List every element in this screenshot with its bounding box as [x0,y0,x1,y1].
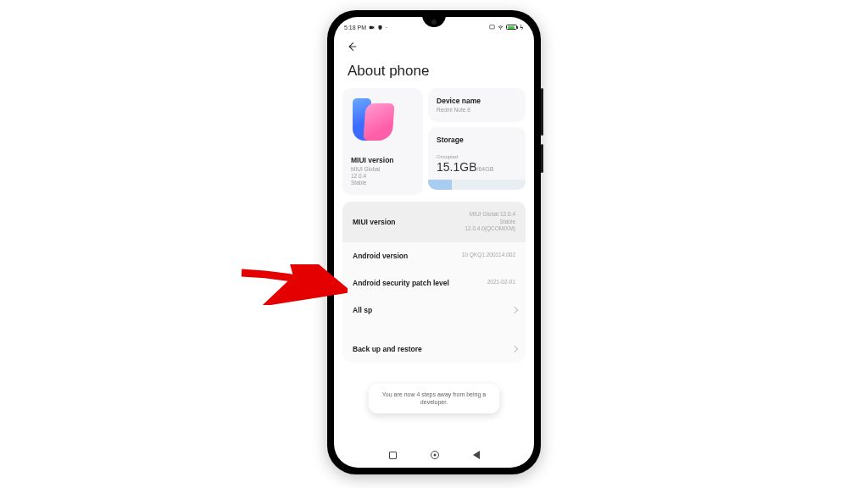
wifi-icon [498,25,504,30]
camera-icon [369,25,375,30]
device-name-label: Device name [437,97,517,105]
miui-logo-icon [353,98,397,142]
row-miui-value: MIUI Global 12.0.4 Stable 12.0.4.0(QCOMI… [465,211,515,232]
charging-icon: ϟ [520,25,524,30]
row-android-version[interactable]: Android version 10 QKQ1.200114.002 [342,242,526,269]
storage-total: /64GB [477,166,494,172]
row-patch-value: 2021-02-01 [487,279,515,286]
cast-icon [489,25,495,30]
more-icon: · [386,25,392,30]
row-backup-label: Back up and restore [353,345,422,353]
home-button[interactable] [431,451,439,459]
row-android-value: 10 QKQ1.200114.002 [462,252,515,258]
back-button[interactable] [334,34,534,56]
miui-card-label: MIUI version [351,156,415,164]
navigation-bar [334,446,534,464]
svg-rect-1 [490,25,495,28]
back-arrow-icon [346,41,358,53]
row-backup-restore[interactable]: Back up and restore [342,336,526,363]
chevron-right-icon [511,345,518,352]
storage-bar [428,180,526,190]
back-nav-button[interactable] [473,451,480,459]
storage-card[interactable]: Storage Occupied 15.1GB/64GB [428,127,526,190]
status-time: 5:18 PM [344,25,366,30]
miui-version-card[interactable]: MIUI version MIUI Global 12.0.4 Stable [342,88,423,195]
row-allspecs-label: All sp [353,306,372,314]
row-miui-label: MIUI version [353,218,396,226]
phone-frame: 5:18 PM · ϟ [327,10,541,474]
battery-icon [506,25,517,30]
device-name-value: Redmi Note 8 [437,107,517,114]
shield-icon [377,25,383,30]
row-patch-label: Android security patch level [353,279,449,287]
storage-used: 15.1GB [437,160,476,174]
row-miui-version[interactable]: MIUI version MIUI Global 12.0.4 Stable 1… [342,202,526,241]
miui-card-value: MIUI Global 12.0.4 Stable [351,166,415,186]
svg-point-2 [500,29,501,30]
storage-bar-fill [428,180,452,190]
device-name-card[interactable]: Device name Redmi Note 8 [428,88,526,122]
chevron-right-icon [511,306,518,313]
recents-button[interactable] [389,452,397,459]
page-title: About phone [334,56,534,88]
callout-arrow [237,264,348,308]
row-security-patch[interactable]: Android security patch level 2021-02-01 [342,269,526,297]
developer-toast: You are now 4 steps away from being a de… [369,384,499,413]
power-button [541,144,543,173]
row-android-label: Android version [353,252,408,260]
svg-rect-0 [370,25,373,29]
storage-label: Storage [437,136,517,144]
screen: 5:18 PM · ϟ [334,17,534,468]
row-all-specs[interactable]: All sp [342,297,526,324]
volume-button [541,88,543,136]
